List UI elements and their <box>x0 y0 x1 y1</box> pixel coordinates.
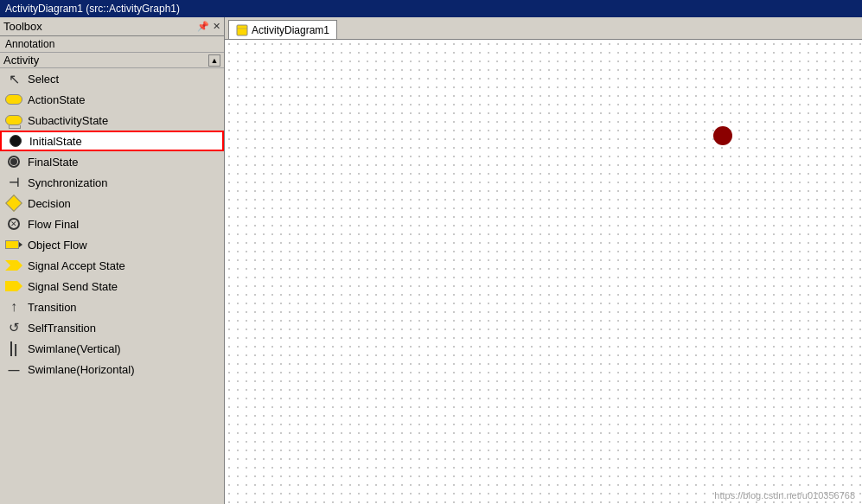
action-state-icon <box>5 91 22 108</box>
signal-accept-icon <box>5 257 22 274</box>
toolbox-item-label-signal-accept: Signal Accept State <box>28 259 125 272</box>
flow-final-icon: ✕ <box>5 215 22 233</box>
toolbox-item-swimlane-h[interactable]: —Swimlane(Horizontal) <box>0 359 224 380</box>
toolbox-panel: Toolbox 📌 ✕ Annotation Activity ▲ ↖Selec… <box>0 17 225 504</box>
toolbox-item-final-state[interactable]: FinalState <box>0 151 224 172</box>
toolbox-item-label-transition: Transition <box>28 301 77 314</box>
toolbox-item-label-swimlane-h: Swimlane(Horizontal) <box>28 363 135 376</box>
title-bar: ActivityDiagram1 (src::ActivityGraph1) <box>0 0 862 17</box>
toolbox-item-label-signal-send: Signal Send State <box>28 280 118 293</box>
toolbox-items-list: ↖SelectActionStateSubactivityStateInitia… <box>0 68 224 504</box>
toolbox-item-label-swimlane-v: Swimlane(Vertical) <box>28 342 121 355</box>
toolbox-item-signal-send[interactable]: Signal Send State <box>0 276 224 297</box>
toolbox-section-annotation: Annotation <box>0 36 224 53</box>
transition-icon: ↑ <box>5 298 22 316</box>
toolbox-item-signal-accept[interactable]: Signal Accept State <box>0 255 224 276</box>
toolbox-title: Toolbox <box>3 20 42 33</box>
toolbox-category-activity[interactable]: Activity ▲ <box>0 53 224 68</box>
canvas-dots-background <box>225 40 862 504</box>
initial-state-icon <box>7 132 24 150</box>
toolbox-category-label: Activity <box>3 54 39 67</box>
toolbox-item-action-state[interactable]: ActionState <box>0 89 224 110</box>
toolbox-item-object-flow[interactable]: Object Flow <box>0 234 224 255</box>
toolbox-item-flow-final[interactable]: ✕Flow Final <box>0 214 224 234</box>
svg-rect-0 <box>237 25 247 35</box>
subactivity-state-icon <box>5 112 22 129</box>
tab-diagram-icon <box>236 24 248 36</box>
toolbox-item-label-initial-state: InitialState <box>29 135 82 148</box>
toolbox-header: Toolbox 📌 ✕ <box>0 17 224 36</box>
signal-send-icon <box>5 278 22 295</box>
tab-activity-diagram[interactable]: ActivityDiagram1 <box>228 20 337 39</box>
object-flow-icon <box>5 236 22 253</box>
toolbox-item-synchronization[interactable]: ⊣Synchronization <box>0 172 224 193</box>
toolbox-item-self-transition[interactable]: ↺SelfTransition <box>0 317 224 338</box>
toolbox-item-label-action-state: ActionState <box>28 93 86 106</box>
toolbox-item-label-final-state: FinalState <box>28 156 79 169</box>
pin-icon[interactable]: 📌 <box>197 21 209 32</box>
close-icon[interactable]: ✕ <box>213 21 220 32</box>
self-transition-icon: ↺ <box>5 319 22 336</box>
toolbox-item-transition[interactable]: ↑Transition <box>0 297 224 317</box>
watermark-text: https://blog.csdn.net/u010356768 <box>714 490 855 501</box>
toolbox-item-initial-state[interactable]: InitialState <box>0 131 224 151</box>
right-panel: ActivityDiagram1 https://blog.csdn.net/u… <box>225 17 862 504</box>
toolbox-item-label-subactivity-state: SubactivityState <box>28 114 108 127</box>
canvas-initial-state-dot <box>713 126 732 145</box>
toolbox-item-swimlane-v[interactable]: |Swimlane(Vertical) <box>0 338 224 359</box>
toolbox-item-decision[interactable]: Decision <box>0 193 224 214</box>
toolbox-item-select[interactable]: ↖Select <box>0 68 224 89</box>
cursor-icon: ↖ <box>5 70 22 87</box>
title-bar-label: ActivityDiagram1 (src::ActivityGraph1) <box>5 3 180 15</box>
canvas-area[interactable]: https://blog.csdn.net/u010356768 <box>225 40 862 504</box>
tab-label: ActivityDiagram1 <box>252 24 329 36</box>
toolbox-item-label-synchronization: Synchronization <box>28 176 108 189</box>
toolbox-item-label-decision: Decision <box>28 197 71 210</box>
scroll-up-arrow[interactable]: ▲ <box>208 54 220 67</box>
final-state-icon <box>5 153 22 170</box>
sync-icon: ⊣ <box>5 174 22 191</box>
swimlane-v-icon: | <box>5 340 22 357</box>
decision-icon <box>5 195 22 212</box>
toolbox-header-icons: 📌 ✕ <box>197 21 220 32</box>
toolbox-item-label-object-flow: Object Flow <box>28 239 87 252</box>
toolbox-item-subactivity-state[interactable]: SubactivityState <box>0 110 224 131</box>
toolbox-item-label-select: Select <box>28 73 59 86</box>
swimlane-h-icon: — <box>5 360 22 378</box>
toolbox-item-label-self-transition: SelfTransition <box>28 322 96 335</box>
tab-bar: ActivityDiagram1 <box>225 17 862 40</box>
toolbox-item-label-flow-final: Flow Final <box>28 218 79 231</box>
